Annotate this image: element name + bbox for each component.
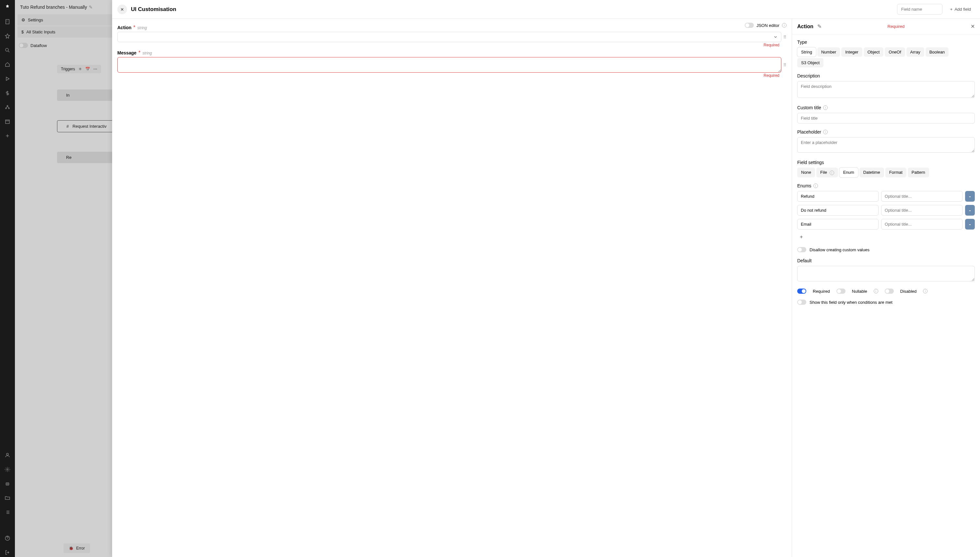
required-star: * <box>138 50 140 56</box>
node-input[interactable]: In <box>57 90 116 101</box>
info-icon[interactable]: i <box>813 184 818 188</box>
svg-line-5 <box>8 51 10 52</box>
disallow-custom-row: Disallow creating custom values <box>797 247 975 252</box>
default-input[interactable] <box>797 266 975 282</box>
nav-network-icon[interactable] <box>3 103 12 112</box>
setting-format[interactable]: Format <box>886 168 907 178</box>
drag-handle-icon[interactable]: ⠿ <box>783 35 787 39</box>
nav-home-icon[interactable] <box>3 60 12 69</box>
nav-list-icon[interactable] <box>3 508 12 517</box>
svg-point-21 <box>8 484 8 484</box>
dataflow-toggle[interactable] <box>19 43 28 48</box>
required-toggle[interactable] <box>797 288 806 294</box>
type-integer[interactable]: Integer <box>841 47 862 57</box>
info-icon[interactable]: i <box>823 105 828 110</box>
svg-point-20 <box>7 484 7 484</box>
field-name-input[interactable] <box>897 4 943 15</box>
config-title: Action <box>797 24 813 29</box>
type-string[interactable]: String <box>797 47 816 57</box>
placeholder-label: Placeholder <box>797 129 821 135</box>
error-label: Error <box>76 546 85 550</box>
type-boolean[interactable]: Boolean <box>926 47 949 57</box>
type-label: Type <box>797 39 975 45</box>
disabled-toggle-label: Disabled <box>900 289 917 294</box>
modal-title: UI Customisation <box>131 6 893 13</box>
nav-calendar-icon[interactable] <box>3 117 12 126</box>
type-object[interactable]: Object <box>864 47 884 57</box>
plus-icon: + <box>950 7 953 12</box>
dollar-icon: $ <box>21 29 24 34</box>
add-enum-button[interactable]: + <box>797 233 975 241</box>
enum-title-input[interactable] <box>881 191 962 202</box>
nav-play-icon[interactable] <box>3 74 12 83</box>
pencil-icon[interactable]: ✎ <box>817 23 822 29</box>
nav-help-icon[interactable] <box>3 534 12 543</box>
add-field-button[interactable]: + Add field <box>946 4 975 14</box>
enum-row: - <box>797 205 975 216</box>
svg-line-12 <box>7 106 9 108</box>
nav-building-icon[interactable] <box>3 17 12 26</box>
close-icon <box>120 7 124 12</box>
description-textarea[interactable] <box>797 81 975 98</box>
info-icon[interactable]: i <box>923 289 928 293</box>
enum-title-input[interactable] <box>881 205 962 216</box>
add-field-label: Add field <box>954 7 971 12</box>
close-button[interactable] <box>117 5 127 14</box>
conditional-row: Show this field only when conditions are… <box>797 300 975 305</box>
remove-enum-button[interactable]: - <box>965 219 975 230</box>
setting-none[interactable]: None <box>797 168 815 178</box>
custom-title-section: Custom title i <box>797 105 975 124</box>
info-icon[interactable]: i <box>823 130 828 134</box>
type-array[interactable]: Array <box>907 47 924 57</box>
action-select[interactable] <box>117 32 781 42</box>
nav-star-icon[interactable] <box>3 31 12 41</box>
trigger-schedule-icon: 📅 <box>85 67 90 71</box>
placeholder-input[interactable] <box>797 137 975 153</box>
message-required-hint: Required <box>117 73 779 78</box>
remove-enum-button[interactable]: - <box>965 205 975 216</box>
slack-icon: # <box>67 124 69 129</box>
setting-enum[interactable]: Enum <box>839 168 858 178</box>
json-editor-toggle[interactable] <box>745 23 754 28</box>
disabled-toggle[interactable] <box>885 288 894 294</box>
setting-pattern[interactable]: Pattern <box>908 168 929 178</box>
type-oneof[interactable]: OneOf <box>885 47 905 57</box>
nav-dollar-icon[interactable] <box>3 88 12 98</box>
conditional-toggle[interactable] <box>797 300 806 305</box>
nav-robot-icon[interactable] <box>3 479 12 488</box>
field-action: Action* string ⠿ Required <box>117 24 787 47</box>
type-s3object[interactable]: S3 Object <box>797 58 824 67</box>
enum-value-input[interactable] <box>797 191 879 202</box>
svg-rect-0 <box>6 20 10 24</box>
triggers-bar[interactable]: Triggers ⚛ 📅 ⋯ <box>57 65 101 73</box>
setting-file[interactable]: File i <box>816 168 838 178</box>
nav-folder-icon[interactable] <box>3 493 12 503</box>
enum-title-input[interactable] <box>881 219 962 230</box>
info-icon: i <box>830 171 834 175</box>
disallow-custom-toggle[interactable] <box>797 247 806 252</box>
nav-search-icon[interactable] <box>3 46 12 55</box>
action-label: Action <box>117 25 132 30</box>
nav-gear-icon[interactable] <box>3 465 12 474</box>
error-handler[interactable]: 🐞 Error <box>63 543 90 553</box>
drag-handle-icon[interactable]: ⠿ <box>783 63 787 67</box>
custom-title-input[interactable] <box>797 113 975 124</box>
nav-add-icon[interactable] <box>3 131 12 140</box>
svg-marker-3 <box>5 34 10 38</box>
setting-datetime[interactable]: Datetime <box>860 168 884 178</box>
nav-exit-icon[interactable] <box>3 548 12 557</box>
info-icon[interactable]: i <box>874 289 878 293</box>
close-config-button[interactable]: ✕ <box>970 23 975 29</box>
node-request-interactive[interactable]: # Request Interactiv <box>57 120 116 132</box>
remove-enum-button[interactable]: - <box>965 191 975 202</box>
type-section: Type String Number Integer Object OneOf … <box>797 39 975 67</box>
nav-user-icon[interactable] <box>3 451 12 460</box>
node-refund[interactable]: Re <box>57 152 116 163</box>
info-icon[interactable]: i <box>782 23 787 28</box>
message-textarea[interactable] <box>117 57 781 73</box>
type-number[interactable]: Number <box>817 47 840 57</box>
enum-value-input[interactable] <box>797 219 879 230</box>
pencil-icon[interactable]: ✎ <box>89 5 93 10</box>
enum-value-input[interactable] <box>797 205 879 216</box>
nullable-toggle[interactable] <box>837 288 845 294</box>
